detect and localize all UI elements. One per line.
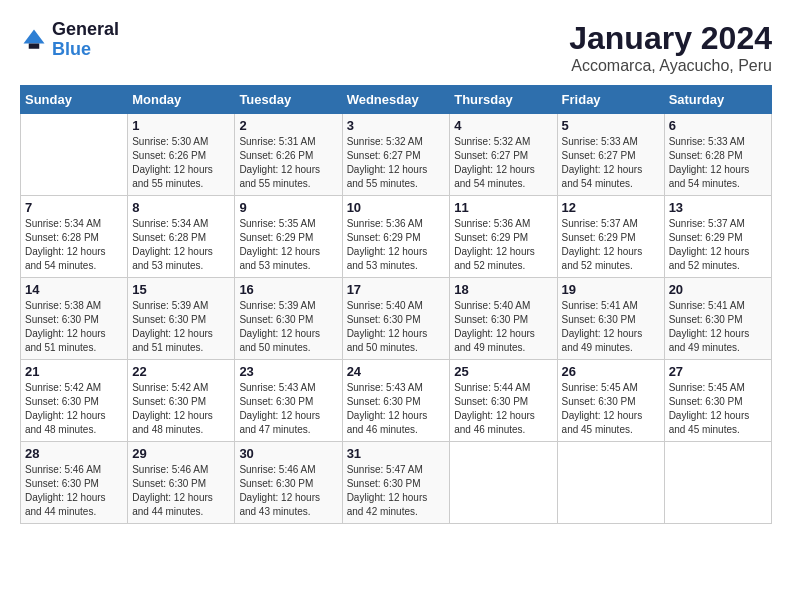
week-row-3: 14Sunrise: 5:38 AM Sunset: 6:30 PM Dayli… xyxy=(21,278,772,360)
day-number: 12 xyxy=(562,200,660,215)
day-cell: 30Sunrise: 5:46 AM Sunset: 6:30 PM Dayli… xyxy=(235,442,342,524)
day-cell: 31Sunrise: 5:47 AM Sunset: 6:30 PM Dayli… xyxy=(342,442,450,524)
day-info: Sunrise: 5:45 AM Sunset: 6:30 PM Dayligh… xyxy=(562,381,660,437)
day-cell: 19Sunrise: 5:41 AM Sunset: 6:30 PM Dayli… xyxy=(557,278,664,360)
day-info: Sunrise: 5:31 AM Sunset: 6:26 PM Dayligh… xyxy=(239,135,337,191)
day-number: 21 xyxy=(25,364,123,379)
day-cell: 10Sunrise: 5:36 AM Sunset: 6:29 PM Dayli… xyxy=(342,196,450,278)
day-info: Sunrise: 5:32 AM Sunset: 6:27 PM Dayligh… xyxy=(347,135,446,191)
col-header-tuesday: Tuesday xyxy=(235,86,342,114)
col-header-sunday: Sunday xyxy=(21,86,128,114)
day-cell: 16Sunrise: 5:39 AM Sunset: 6:30 PM Dayli… xyxy=(235,278,342,360)
day-cell: 29Sunrise: 5:46 AM Sunset: 6:30 PM Dayli… xyxy=(128,442,235,524)
day-cell: 20Sunrise: 5:41 AM Sunset: 6:30 PM Dayli… xyxy=(664,278,771,360)
day-info: Sunrise: 5:38 AM Sunset: 6:30 PM Dayligh… xyxy=(25,299,123,355)
day-number: 20 xyxy=(669,282,767,297)
day-cell: 6Sunrise: 5:33 AM Sunset: 6:28 PM Daylig… xyxy=(664,114,771,196)
day-cell: 21Sunrise: 5:42 AM Sunset: 6:30 PM Dayli… xyxy=(21,360,128,442)
week-row-5: 28Sunrise: 5:46 AM Sunset: 6:30 PM Dayli… xyxy=(21,442,772,524)
day-number: 18 xyxy=(454,282,552,297)
day-number: 29 xyxy=(132,446,230,461)
day-cell: 3Sunrise: 5:32 AM Sunset: 6:27 PM Daylig… xyxy=(342,114,450,196)
day-cell xyxy=(557,442,664,524)
day-cell: 28Sunrise: 5:46 AM Sunset: 6:30 PM Dayli… xyxy=(21,442,128,524)
day-cell xyxy=(21,114,128,196)
subtitle: Accomarca, Ayacucho, Peru xyxy=(569,57,772,75)
day-number: 30 xyxy=(239,446,337,461)
col-header-monday: Monday xyxy=(128,86,235,114)
day-info: Sunrise: 5:39 AM Sunset: 6:30 PM Dayligh… xyxy=(132,299,230,355)
page-header: GeneralBlue January 2024 Accomarca, Ayac… xyxy=(20,20,772,75)
svg-rect-1 xyxy=(29,43,40,48)
day-cell: 12Sunrise: 5:37 AM Sunset: 6:29 PM Dayli… xyxy=(557,196,664,278)
day-cell: 1Sunrise: 5:30 AM Sunset: 6:26 PM Daylig… xyxy=(128,114,235,196)
logo-icon xyxy=(20,26,48,54)
day-info: Sunrise: 5:45 AM Sunset: 6:30 PM Dayligh… xyxy=(669,381,767,437)
day-number: 13 xyxy=(669,200,767,215)
day-number: 22 xyxy=(132,364,230,379)
day-cell: 15Sunrise: 5:39 AM Sunset: 6:30 PM Dayli… xyxy=(128,278,235,360)
day-cell: 9Sunrise: 5:35 AM Sunset: 6:29 PM Daylig… xyxy=(235,196,342,278)
day-info: Sunrise: 5:47 AM Sunset: 6:30 PM Dayligh… xyxy=(347,463,446,519)
day-info: Sunrise: 5:46 AM Sunset: 6:30 PM Dayligh… xyxy=(239,463,337,519)
week-row-1: 1Sunrise: 5:30 AM Sunset: 6:26 PM Daylig… xyxy=(21,114,772,196)
day-info: Sunrise: 5:46 AM Sunset: 6:30 PM Dayligh… xyxy=(132,463,230,519)
day-cell: 26Sunrise: 5:45 AM Sunset: 6:30 PM Dayli… xyxy=(557,360,664,442)
col-header-wednesday: Wednesday xyxy=(342,86,450,114)
day-info: Sunrise: 5:39 AM Sunset: 6:30 PM Dayligh… xyxy=(239,299,337,355)
day-info: Sunrise: 5:33 AM Sunset: 6:27 PM Dayligh… xyxy=(562,135,660,191)
main-title: January 2024 xyxy=(569,20,772,57)
day-info: Sunrise: 5:37 AM Sunset: 6:29 PM Dayligh… xyxy=(562,217,660,273)
day-info: Sunrise: 5:42 AM Sunset: 6:30 PM Dayligh… xyxy=(132,381,230,437)
day-cell: 5Sunrise: 5:33 AM Sunset: 6:27 PM Daylig… xyxy=(557,114,664,196)
day-info: Sunrise: 5:44 AM Sunset: 6:30 PM Dayligh… xyxy=(454,381,552,437)
svg-marker-0 xyxy=(24,29,45,43)
day-number: 3 xyxy=(347,118,446,133)
day-cell: 18Sunrise: 5:40 AM Sunset: 6:30 PM Dayli… xyxy=(450,278,557,360)
day-cell: 8Sunrise: 5:34 AM Sunset: 6:28 PM Daylig… xyxy=(128,196,235,278)
day-cell xyxy=(664,442,771,524)
day-number: 27 xyxy=(669,364,767,379)
col-header-saturday: Saturday xyxy=(664,86,771,114)
logo-text: GeneralBlue xyxy=(52,20,119,60)
day-info: Sunrise: 5:46 AM Sunset: 6:30 PM Dayligh… xyxy=(25,463,123,519)
day-cell: 27Sunrise: 5:45 AM Sunset: 6:30 PM Dayli… xyxy=(664,360,771,442)
day-info: Sunrise: 5:43 AM Sunset: 6:30 PM Dayligh… xyxy=(347,381,446,437)
day-cell: 22Sunrise: 5:42 AM Sunset: 6:30 PM Dayli… xyxy=(128,360,235,442)
title-block: January 2024 Accomarca, Ayacucho, Peru xyxy=(569,20,772,75)
day-number: 7 xyxy=(25,200,123,215)
day-cell: 4Sunrise: 5:32 AM Sunset: 6:27 PM Daylig… xyxy=(450,114,557,196)
day-number: 11 xyxy=(454,200,552,215)
calendar-table: SundayMondayTuesdayWednesdayThursdayFrid… xyxy=(20,85,772,524)
day-info: Sunrise: 5:33 AM Sunset: 6:28 PM Dayligh… xyxy=(669,135,767,191)
day-info: Sunrise: 5:34 AM Sunset: 6:28 PM Dayligh… xyxy=(132,217,230,273)
week-row-4: 21Sunrise: 5:42 AM Sunset: 6:30 PM Dayli… xyxy=(21,360,772,442)
day-cell: 25Sunrise: 5:44 AM Sunset: 6:30 PM Dayli… xyxy=(450,360,557,442)
day-number: 23 xyxy=(239,364,337,379)
day-info: Sunrise: 5:34 AM Sunset: 6:28 PM Dayligh… xyxy=(25,217,123,273)
day-cell: 24Sunrise: 5:43 AM Sunset: 6:30 PM Dayli… xyxy=(342,360,450,442)
col-header-thursday: Thursday xyxy=(450,86,557,114)
day-cell: 11Sunrise: 5:36 AM Sunset: 6:29 PM Dayli… xyxy=(450,196,557,278)
day-cell: 17Sunrise: 5:40 AM Sunset: 6:30 PM Dayli… xyxy=(342,278,450,360)
day-cell: 7Sunrise: 5:34 AM Sunset: 6:28 PM Daylig… xyxy=(21,196,128,278)
week-row-2: 7Sunrise: 5:34 AM Sunset: 6:28 PM Daylig… xyxy=(21,196,772,278)
day-info: Sunrise: 5:41 AM Sunset: 6:30 PM Dayligh… xyxy=(669,299,767,355)
day-cell: 23Sunrise: 5:43 AM Sunset: 6:30 PM Dayli… xyxy=(235,360,342,442)
day-number: 6 xyxy=(669,118,767,133)
day-info: Sunrise: 5:42 AM Sunset: 6:30 PM Dayligh… xyxy=(25,381,123,437)
day-number: 8 xyxy=(132,200,230,215)
day-info: Sunrise: 5:32 AM Sunset: 6:27 PM Dayligh… xyxy=(454,135,552,191)
day-number: 17 xyxy=(347,282,446,297)
col-header-friday: Friday xyxy=(557,86,664,114)
day-cell: 13Sunrise: 5:37 AM Sunset: 6:29 PM Dayli… xyxy=(664,196,771,278)
day-cell xyxy=(450,442,557,524)
day-number: 19 xyxy=(562,282,660,297)
day-number: 25 xyxy=(454,364,552,379)
day-info: Sunrise: 5:36 AM Sunset: 6:29 PM Dayligh… xyxy=(347,217,446,273)
day-number: 14 xyxy=(25,282,123,297)
day-info: Sunrise: 5:37 AM Sunset: 6:29 PM Dayligh… xyxy=(669,217,767,273)
day-number: 31 xyxy=(347,446,446,461)
day-number: 26 xyxy=(562,364,660,379)
day-cell: 14Sunrise: 5:38 AM Sunset: 6:30 PM Dayli… xyxy=(21,278,128,360)
